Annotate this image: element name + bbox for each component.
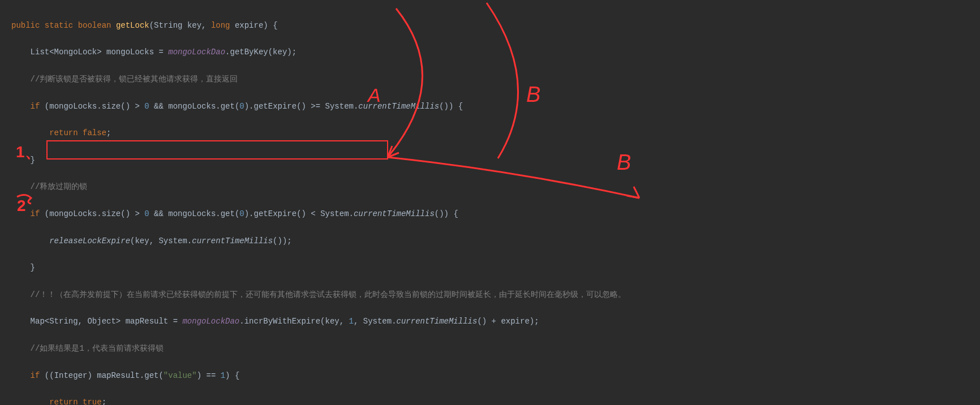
code-line: } (11, 261, 980, 275)
code-line: return true; (11, 396, 980, 405)
code-line: releaseLockExpire(key, System.currentTim… (11, 235, 980, 248)
code-line: if (mongoLocks.size() > 0 && mongoLocks.… (11, 100, 980, 114)
code-line: if ((Integer) mapResult.get("value") == … (11, 369, 980, 383)
code-line: List<MongoLock> mongoLocks = mongoLockDa… (11, 46, 980, 59)
code-line: //！！（在高并发前提下）在当前请求已经获得锁的前提下，还可能有其他请求尝试去获… (11, 288, 980, 302)
code-line: //判断该锁是否被获得，锁已经被其他请求获得，直接返回 (11, 73, 980, 87)
code-line: Map<String, Object> mapResult = mongoLoc… (11, 315, 980, 329)
code-line: public static boolean getLock(String key… (11, 19, 980, 33)
code-line: //释放过期的锁 (11, 180, 980, 194)
code-line: //如果结果是1，代表当前请求获得锁 (11, 342, 980, 356)
code-line: if (mongoLocks.size() > 0 && mongoLocks.… (11, 208, 980, 221)
code-editor[interactable]: public static boolean getLock(String key… (0, 0, 980, 405)
code-line: return false; (11, 127, 980, 140)
code-line: } (11, 154, 980, 167)
